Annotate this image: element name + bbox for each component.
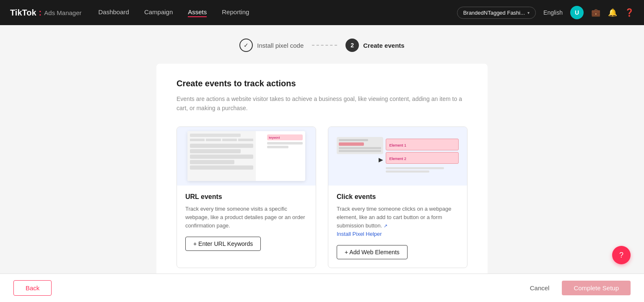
click-bottom-row-1 bbox=[386, 167, 444, 169]
click-inner-mock: ▶ Element 1 Element 2 bbox=[337, 130, 459, 182]
click-events-title: Click events bbox=[337, 193, 459, 201]
url-events-desc: Track every time someone visits a specif… bbox=[185, 205, 307, 230]
nav-assets[interactable]: Assets bbox=[188, 8, 207, 17]
avatar[interactable]: U bbox=[570, 6, 584, 19]
click-right-panel: Element 1 Element 2 bbox=[386, 134, 459, 173]
url-nav-box-2 bbox=[206, 139, 221, 141]
url-events-body: URL events Track every time someone visi… bbox=[177, 186, 316, 259]
events-row: keyword URL events Track every time some… bbox=[177, 126, 467, 268]
click-browser-rows bbox=[339, 147, 381, 152]
pixel-helper-text-link[interactable]: Install Pixel Helper bbox=[337, 230, 382, 238]
click-bottom-rows bbox=[386, 167, 459, 173]
help-bubble[interactable]: ? bbox=[612, 246, 631, 264]
url-nav-box-3 bbox=[222, 139, 237, 141]
chevron-down-icon: ▾ bbox=[527, 10, 530, 15]
url-inner-mock: keyword bbox=[187, 131, 305, 181]
logo: TikTok : Ads Manager bbox=[10, 8, 82, 18]
account-name: BrandedNTagged Fashi... bbox=[463, 10, 525, 16]
briefcase-icon[interactable]: 💼 bbox=[591, 8, 600, 17]
nav-campaign[interactable]: Campaign bbox=[144, 8, 173, 17]
step-2-circle: 2 bbox=[345, 39, 359, 52]
footer: Back Cancel Complete Setup bbox=[0, 274, 644, 302]
help-icon[interactable]: ❓ bbox=[625, 8, 634, 17]
click-browser-row-1 bbox=[339, 147, 381, 149]
url-content-row-2 bbox=[190, 149, 241, 153]
click-browser-btn bbox=[339, 142, 364, 146]
language-selector[interactable]: English bbox=[543, 9, 563, 16]
logo-ads-label: Ads Manager bbox=[44, 9, 81, 16]
install-pixel-helper-link[interactable]: ↗ bbox=[384, 222, 387, 230]
ext-link-icon: ↗ bbox=[384, 222, 387, 230]
url-events-image: keyword bbox=[177, 127, 316, 186]
logo-dot: : bbox=[39, 8, 42, 18]
url-events-card[interactable]: keyword URL events Track every time some… bbox=[177, 126, 316, 268]
enter-url-keywords-button[interactable]: + Enter URL Keywords bbox=[185, 237, 261, 251]
step-1-circle: ✓ bbox=[239, 39, 253, 52]
cursor-icon: ▶ bbox=[379, 156, 383, 163]
click-illustration: ▶ Element 1 Element 2 bbox=[328, 127, 467, 186]
url-content-area bbox=[190, 144, 253, 178]
step-2-label: Create events bbox=[363, 42, 404, 49]
add-web-elements-button[interactable]: + Add Web Elements bbox=[337, 245, 408, 259]
logo-tiktok: TikTok bbox=[10, 8, 36, 18]
url-keyword-box: keyword bbox=[267, 134, 303, 140]
account-selector[interactable]: BrandedNTagged Fashi... ▾ bbox=[457, 7, 536, 19]
click-events-image: ▶ Element 1 Element 2 bbox=[328, 127, 467, 186]
click-element-1: Element 1 bbox=[386, 139, 459, 150]
main-card: Create events to track actions Events ar… bbox=[156, 64, 488, 288]
cancel-button[interactable]: Cancel bbox=[523, 281, 556, 295]
click-bottom-row-2 bbox=[386, 170, 430, 173]
bell-icon[interactable]: 🔔 bbox=[608, 8, 617, 17]
url-content-row-1 bbox=[190, 144, 253, 148]
url-content-row-4 bbox=[190, 160, 234, 164]
click-left-panel: ▶ bbox=[337, 134, 383, 163]
url-search-bars bbox=[267, 142, 303, 148]
click-events-body: Click events Track every time someone cl… bbox=[328, 186, 467, 268]
url-illustration: keyword bbox=[177, 127, 316, 186]
footer-right: Cancel Complete Setup bbox=[523, 281, 631, 295]
url-search-bar-1 bbox=[267, 142, 303, 145]
click-browser-mock bbox=[337, 137, 383, 154]
url-nav-box-4 bbox=[238, 139, 253, 141]
nav-reporting[interactable]: Reporting bbox=[222, 8, 249, 17]
url-nav-row bbox=[190, 139, 253, 141]
click-browser-row-2 bbox=[339, 150, 381, 152]
click-events-card[interactable]: ▶ Element 1 Element 2 bbox=[328, 126, 467, 268]
url-address-bar bbox=[190, 134, 241, 137]
url-content-row-3 bbox=[190, 155, 253, 159]
page-title: Create events to track actions bbox=[177, 79, 467, 88]
stepper: ✓ Install pixel code 2 Create events bbox=[0, 25, 644, 64]
url-right-panel: keyword bbox=[256, 131, 305, 181]
navbar: TikTok : Ads Manager Dashboard Campaign … bbox=[0, 0, 644, 25]
complete-setup-button[interactable]: Complete Setup bbox=[562, 281, 631, 295]
step-1: ✓ Install pixel code bbox=[239, 39, 304, 52]
nav-links: Dashboard Campaign Assets Reporting bbox=[99, 8, 440, 17]
back-button[interactable]: Back bbox=[13, 280, 52, 296]
click-element-2-label: Element 2 bbox=[390, 157, 407, 161]
click-events-desc: Track every time someone clicks on a web… bbox=[337, 205, 459, 239]
nav-right: BrandedNTagged Fashi... ▾ English U 💼 🔔 … bbox=[457, 6, 634, 19]
page-description: Events are actions a website visitor tak… bbox=[177, 94, 467, 113]
click-element-2: Element 2 bbox=[386, 152, 459, 164]
step-divider bbox=[312, 45, 337, 46]
url-content-row-5 bbox=[190, 165, 253, 170]
url-search-bar-2 bbox=[267, 146, 288, 148]
click-element-1-label: Element 1 bbox=[390, 143, 407, 147]
step-2: 2 Create events bbox=[345, 39, 404, 52]
step-1-label: Install pixel code bbox=[257, 42, 304, 49]
url-events-title: URL events bbox=[185, 193, 307, 201]
click-browser-bar bbox=[339, 139, 368, 141]
url-nav-box-1 bbox=[190, 139, 205, 141]
url-left-panel bbox=[187, 131, 256, 181]
nav-dashboard[interactable]: Dashboard bbox=[99, 8, 129, 17]
